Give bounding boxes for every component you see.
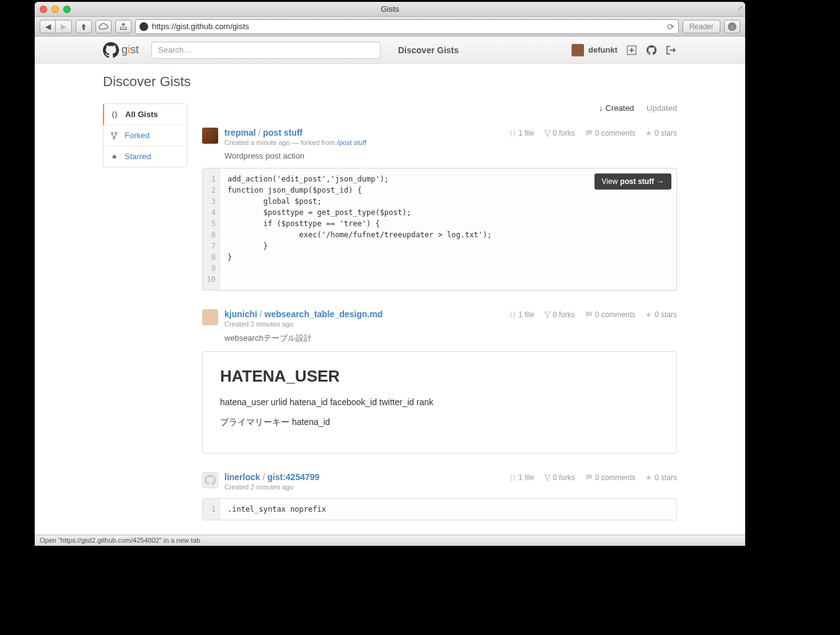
arrow-right-icon: → [657,177,664,186]
sidebar-item-starred[interactable]: ★ Starred [104,146,187,167]
reload-button[interactable]: ⟳ [667,22,674,32]
address-bar[interactable]: https://gist.github.com/gists ⟳ [135,19,679,34]
svg-point-4 [544,130,546,132]
fork-icon [111,132,120,139]
resize-grip-icon[interactable]: ⤢ [738,4,743,11]
gist-filename-link[interactable]: websearch_table_design.md [265,309,383,319]
svg-point-7 [544,312,546,313]
svg-point-3 [113,137,115,139]
gist-entry: linerlock / gist:4254799 Created 2 minut… [202,472,677,520]
sort-created[interactable]: ↓ Created [599,103,634,113]
svg-point-1 [112,132,113,134]
url-text: https://gist.github.com/gists [152,22,663,31]
gist-description: websearchテーブル設計 [224,333,503,344]
stat-files[interactable]: ⟨⟩1 file [510,473,534,482]
star-icon: ★ [645,310,652,319]
reader-button[interactable]: Reader [683,20,720,33]
stat-files[interactable]: ⟨⟩1 file [510,129,534,138]
comment-icon [585,311,593,318]
gist-list: ↓ Created Updated tre [202,103,677,535]
gist-meta: Created a minute ago — forked from /post… [224,139,503,146]
sort-controls: ↓ Created Updated [202,103,677,113]
site-header: gist Search… Discover Gists defunkt [35,37,745,64]
code-preview: 1 .intel_syntax noprefix [202,498,677,520]
github-link-button[interactable] [646,45,657,56]
svg-point-8 [548,312,550,313]
search-placeholder: Search… [158,45,192,55]
forward-button[interactable]: ▶ [56,20,72,33]
avatar [572,44,584,56]
bookmarks-button[interactable] [76,20,92,33]
stat-comments[interactable]: 0 comments [585,129,635,138]
sidebar: ⟨⟩ All Gists Forked ★ Starred [103,103,187,535]
svg-point-10 [544,475,546,476]
avatar[interactable] [202,472,218,488]
stat-forks[interactable]: 0 forks [544,129,575,138]
signout-button[interactable] [666,45,677,56]
avatar[interactable] [202,128,218,144]
gist-filename-link[interactable]: gist:4254799 [267,472,319,482]
sidebar-item-label: Forked [125,131,149,140]
stat-stars[interactable]: ★0 stars [645,473,677,482]
sidebar-item-all-gists[interactable]: ⟨⟩ All Gists [103,104,187,125]
stat-comments[interactable]: 0 comments [585,473,635,482]
share-button[interactable] [115,20,131,33]
line-numbers: 12345678910 [203,169,220,290]
header-title: Discover Gists [398,45,459,55]
gist-title: kjunichi / websearch_table_design.md [224,309,503,319]
avatar[interactable] [202,309,218,325]
status-bar: Open "https://gist2.github.com/4254802" … [35,535,745,546]
md-paragraph: プライマリーキー hatena_id [220,417,659,428]
gist-author-link[interactable]: linerlock [224,472,260,482]
stat-stars[interactable]: ★0 stars [645,310,677,319]
markdown-preview: HATENA_USER hatena_user urlid hatena_id … [202,351,677,453]
sort-updated[interactable]: Updated [647,103,677,113]
download-arrow-icon: ↓ [728,22,736,31]
new-gist-button[interactable] [626,45,637,56]
user-menu[interactable]: defunkt [572,44,617,56]
stat-comments[interactable]: 0 comments [585,310,635,319]
arrow-down-icon: ↓ [599,103,603,113]
sidebar-item-label: All Gists [125,110,158,119]
line-numbers: 1 [203,499,220,520]
sidebar-item-forked[interactable]: Forked [104,125,187,146]
gist-author-link[interactable]: kjunichi [224,309,257,319]
file-icon: ⟨⟩ [510,310,516,319]
stat-stars[interactable]: ★0 stars [645,129,677,138]
icloud-button[interactable] [95,20,112,33]
fork-icon [544,474,550,481]
page-title: Discover Gists [103,74,677,90]
svg-point-12 [546,480,548,481]
sidebar-item-label: Starred [125,152,151,161]
gist-meta: Created 2 minutes ago [224,320,503,328]
stat-forks[interactable]: 0 forks [544,473,575,482]
gist-filename-link[interactable]: post stuff [263,128,303,138]
downloads-button[interactable]: ↓ [724,20,740,33]
code-lines: .intel_syntax noprefix [220,499,676,520]
stat-files[interactable]: ⟨⟩1 file [510,310,534,319]
gist-author-link[interactable]: trepmal [224,128,256,138]
search-input[interactable]: Search… [151,42,381,59]
titlebar: Gists ⤢ [35,2,745,17]
browser-window: Gists ⤢ ◀ ▶ https://gist.github.com/gist… [35,2,745,546]
svg-point-9 [546,317,548,318]
star-icon: ★ [111,152,120,161]
stat-forks[interactable]: 0 forks [544,310,575,319]
file-icon: ⟨⟩ [510,473,516,482]
svg-point-5 [548,130,550,132]
back-button[interactable]: ◀ [40,20,56,33]
svg-point-11 [548,475,550,476]
default-avatar-icon [205,475,216,486]
gist-description: Wordpress post action [224,151,503,160]
gist-meta: Created 2 minutes ago [224,483,503,491]
github-mark-icon [103,42,119,58]
page-content: gist Search… Discover Gists defunkt [35,37,745,535]
gist-entry: trepmal / post stuff Created a minute ag… [202,128,677,291]
gist-entry: kjunichi / websearch_table_design.md Cre… [202,309,677,453]
fork-source-link[interactable]: /post stuff [337,139,367,146]
gist-logo[interactable]: gist [103,42,149,58]
gist-title: trepmal / post stuff [224,128,503,138]
view-gist-button[interactable]: View post stuff → [595,173,671,190]
star-icon: ★ [645,129,652,138]
star-icon: ★ [645,473,652,482]
